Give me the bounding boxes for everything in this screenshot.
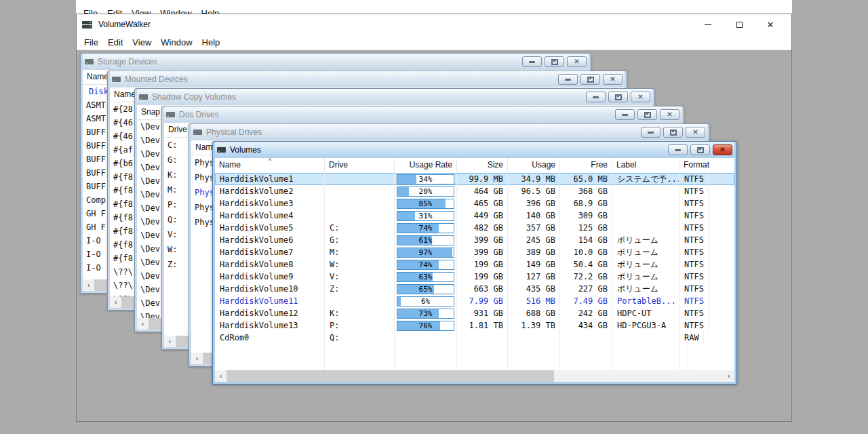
drive-cell: C: [325, 222, 395, 234]
empty-cell [325, 344, 395, 370]
scroll-left-icon[interactable]: ‹ [164, 336, 176, 347]
minimize-button[interactable] [522, 56, 542, 67]
window-titlebar[interactable]: Shadow Copy Volumes ✕ [137, 89, 652, 105]
scroll-left-icon[interactable]: ‹ [137, 318, 149, 330]
scrollbar-thumb[interactable] [226, 370, 554, 382]
horizontal-scrollbar[interactable]: ‹ › [215, 370, 734, 382]
minimize-button[interactable] [615, 109, 635, 120]
window-titlebar[interactable]: Storage Devices ✕ [83, 54, 589, 70]
minimize-button[interactable] [558, 74, 578, 85]
scroll-right-icon[interactable]: › [723, 370, 734, 382]
maximize-button[interactable] [608, 92, 628, 102]
column-header-format[interactable]: Format [679, 158, 734, 173]
scroll-left-icon[interactable]: ‹ [83, 279, 94, 291]
usage-rate-cell: 73% [395, 307, 457, 319]
window-title: Volumes [230, 145, 664, 155]
usage-rate-cell: 85% [395, 197, 457, 210]
drive-icon [85, 59, 94, 64]
table-row[interactable]: HarddiskVolume13P:76%1.81 TB1.39 TB434 G… [215, 319, 734, 332]
drive-cell [325, 197, 395, 210]
usage-rate-value: 97% [397, 248, 454, 257]
table-row[interactable]: HarddiskVolume431%449 GB140 GB309 GBNTFS [215, 210, 734, 222]
close-button[interactable]: ✕ [631, 92, 650, 102]
usage-cell [508, 332, 560, 344]
column-header-size[interactable]: Size [457, 158, 508, 173]
maximize-button[interactable] [580, 74, 600, 85]
usage-cell: 127 GB [508, 271, 560, 283]
column-header-drive[interactable]: Drive [325, 158, 395, 173]
table-row[interactable]: HarddiskVolume116%7.99 GB516 MB7.49 GBPo… [215, 295, 734, 307]
window-titlebar[interactable]: Dos Drives ✕ [164, 106, 682, 123]
maximize-button[interactable] [724, 14, 755, 35]
menu-item-file[interactable]: File [79, 37, 103, 47]
name-cell: HarddiskVolume7 [215, 246, 325, 258]
table-row[interactable]: HarddiskVolume9V:63%199 GB127 GB72.2 GBボ… [215, 271, 734, 283]
window-titlebar[interactable]: Mounted Devices ✕ [110, 71, 625, 87]
column-header-usage-rate[interactable]: Usage Rate [395, 158, 457, 173]
close-button[interactable]: ✕ [713, 144, 732, 155]
menu-item-edit[interactable]: Edit [103, 37, 127, 47]
usage-rate-bar: 6% [397, 296, 454, 307]
titlebar[interactable]: VolumeWalker ✕ [77, 14, 791, 35]
minimize-button[interactable] [668, 144, 688, 155]
format-cell: NTFS [679, 271, 709, 283]
table-row[interactable]: HarddiskVolume5C:74%482 GB357 GB125 GBNT… [215, 222, 734, 234]
format-cell: NTFS [679, 173, 709, 185]
column-header-free[interactable]: Free [560, 158, 612, 173]
close-button[interactable]: ✕ [686, 127, 705, 138]
window-titlebar[interactable]: Volumes ✕ [215, 142, 734, 158]
label-cell: HDPC-UT [612, 307, 679, 319]
table-row[interactable]: HarddiskVolume7M:97%399 GB389 GB10.0 GBボ… [215, 246, 734, 258]
column-header-label[interactable]: Label [612, 158, 679, 173]
maximize-icon [615, 94, 622, 100]
scroll-left-icon[interactable]: ‹ [215, 370, 226, 382]
maximize-button[interactable] [545, 56, 564, 67]
usage-rate-cell: 6% [395, 295, 457, 307]
drive-cell: Z: [325, 283, 395, 295]
menu-item-window[interactable]: Window [156, 37, 197, 47]
usage-rate-bar: 73% [397, 309, 454, 319]
usage-rate-cell: 34% [395, 173, 457, 185]
table-row[interactable]: CdRom0Q:RAW [215, 332, 734, 344]
free-cell: 68.9 GB [560, 197, 612, 210]
window-titlebar[interactable]: Physical Drives ✕ [191, 124, 707, 140]
minimize-button[interactable] [641, 127, 660, 138]
table-row[interactable]: HarddiskVolume8W:74%199 GB149 GB50.4 GBボ… [215, 258, 734, 271]
format-cell: NTFS [679, 185, 709, 197]
close-button[interactable]: ✕ [567, 56, 587, 67]
maximize-button[interactable] [663, 127, 683, 138]
close-icon: ✕ [667, 111, 672, 118]
column-header-usage[interactable]: Usage [508, 158, 560, 173]
name-cell: CdRom0 [215, 332, 325, 344]
table-row[interactable]: HarddiskVolume6G:61%399 GB245 GB154 GBボリ… [215, 234, 734, 246]
usage-rate-value: 31% [397, 212, 454, 220]
usage-cell: 389 GB [508, 246, 560, 258]
scroll-left-icon[interactable]: ‹ [191, 353, 203, 364]
table-row[interactable]: HarddiskVolume10Z:65%663 GB435 GB227 GBボ… [215, 283, 734, 295]
maximize-button[interactable] [690, 144, 710, 155]
scrollbar-track[interactable] [554, 370, 723, 382]
table-row[interactable]: HarddiskVolume220%464 GB96.5 GB368 GBNTF… [215, 185, 734, 197]
drive-icon [139, 94, 148, 100]
close-icon: ✕ [574, 58, 579, 65]
close-button[interactable]: ✕ [755, 14, 786, 35]
menu-item-help[interactable]: Help [197, 37, 225, 47]
maximize-button[interactable] [637, 109, 657, 120]
drive-cell: V: [325, 271, 395, 283]
menu-item-window: Window [155, 8, 196, 14]
minimize-button[interactable] [586, 92, 606, 102]
close-button[interactable]: ✕ [660, 109, 679, 120]
usage-rate-bar: 20% [397, 186, 454, 197]
free-cell: 50.4 GB [560, 258, 612, 271]
name-cell: HarddiskVolume10 [215, 283, 325, 295]
table-row[interactable]: HarddiskVolume385%465 GB396 GB68.9 GBNTF… [215, 197, 734, 210]
scroll-left-icon[interactable]: ‹ [110, 296, 121, 308]
menu-item-view[interactable]: View [127, 37, 156, 47]
size-cell [457, 332, 508, 344]
free-cell: 154 GB [560, 234, 612, 246]
table-row[interactable]: HarddiskVolume134%99.9 MB34.9 MB65.0 MBシ… [215, 173, 734, 185]
usage-rate-cell: 65% [395, 283, 457, 295]
close-button[interactable]: ✕ [603, 74, 623, 85]
minimize-button[interactable] [692, 14, 724, 35]
table-row[interactable]: HarddiskVolume12K:73%931 GB688 GB242 GBH… [215, 307, 734, 319]
